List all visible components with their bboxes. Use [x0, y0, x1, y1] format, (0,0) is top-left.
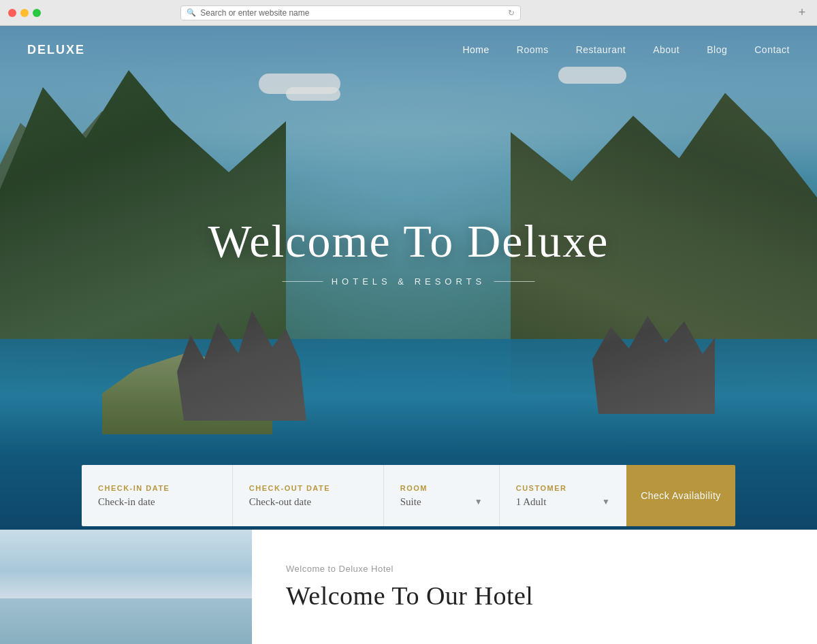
below-subtitle: Welcome to Deluxe Hotel [286, 564, 783, 574]
new-tab-button[interactable]: + [795, 6, 809, 20]
nav-link-contact[interactable]: Contact [754, 44, 790, 55]
nav-item-contact[interactable]: Contact [754, 44, 790, 56]
checkin-label: CHECK-IN DATE [98, 484, 216, 492]
maximize-button[interactable] [33, 9, 41, 17]
room-label: ROOM [400, 484, 483, 492]
nav-item-rooms[interactable]: Rooms [517, 44, 549, 56]
customer-field[interactable]: CUSTOMER 1 Adult ▼ [500, 465, 626, 526]
check-availability-button[interactable]: Check Availability [626, 465, 735, 526]
nav-item-about[interactable]: About [653, 44, 679, 56]
room-field[interactable]: ROOM Suite ▼ [384, 465, 500, 526]
below-image [0, 530, 252, 644]
browser-chrome: 🔍 Search or enter website name ↻ + [0, 0, 817, 26]
nav-item-restaurant[interactable]: Restaurant [576, 44, 626, 56]
customer-label: CUSTOMER [516, 484, 610, 492]
reload-icon[interactable]: ↻ [508, 8, 515, 18]
room-value: Suite [400, 496, 421, 508]
checkout-field[interactable]: CHECK-OUT DATE Check-out date [233, 465, 384, 526]
nav-links: Home Rooms Restaurant About Blog Contact [462, 44, 790, 56]
booking-bar: CHECK-IN DATE Check-in date CHECK-OUT DA… [0, 462, 817, 530]
checkout-label: CHECK-OUT DATE [249, 484, 367, 492]
customer-value: 1 Adult [516, 496, 547, 508]
checkin-field[interactable]: CHECK-IN DATE Check-in date [82, 465, 233, 526]
customer-select[interactable]: 1 Adult ▼ [516, 496, 610, 508]
nav-item-blog[interactable]: Blog [707, 44, 727, 56]
customer-chevron-icon: ▼ [602, 497, 610, 507]
hero-section: DELUXE Home Rooms Restaurant About Blog [0, 26, 817, 530]
nav-link-blog[interactable]: Blog [707, 44, 727, 55]
hero-text: Welcome To Deluxe HOTELS & RESORTS [208, 214, 609, 287]
hero-title: Welcome To Deluxe [208, 214, 609, 268]
traffic-lights [8, 9, 41, 17]
room-chevron-icon: ▼ [475, 497, 483, 507]
checkin-value[interactable]: Check-in date [98, 496, 216, 508]
nav-link-restaurant[interactable]: Restaurant [576, 44, 626, 55]
nav-link-rooms[interactable]: Rooms [517, 44, 549, 55]
nav-link-home[interactable]: Home [462, 44, 489, 55]
site-logo[interactable]: DELUXE [27, 43, 85, 57]
below-hero-section: Welcome to Deluxe Hotel Welcome To Our H… [0, 530, 817, 644]
site-wrapper: DELUXE Home Rooms Restaurant About Blog [0, 26, 817, 644]
hero-subtitle: HOTELS & RESORTS [208, 276, 609, 287]
below-image-water [0, 598, 252, 644]
address-bar[interactable]: 🔍 Search or enter website name ↻ [180, 5, 521, 20]
below-title: Welcome To Our Hotel [286, 581, 783, 611]
below-text-area: Welcome to Deluxe Hotel Welcome To Our H… [252, 530, 817, 644]
minimize-button[interactable] [20, 9, 29, 17]
close-button[interactable] [8, 9, 16, 17]
address-text: Search or enter website name [200, 8, 504, 18]
navbar: DELUXE Home Rooms Restaurant About Blog [0, 26, 817, 74]
nav-link-about[interactable]: About [653, 44, 679, 55]
search-icon: 🔍 [187, 8, 196, 17]
checkout-value[interactable]: Check-out date [249, 496, 367, 508]
nav-item-home[interactable]: Home [462, 44, 489, 56]
below-image-sky [0, 530, 252, 598]
room-select[interactable]: Suite ▼ [400, 496, 483, 508]
